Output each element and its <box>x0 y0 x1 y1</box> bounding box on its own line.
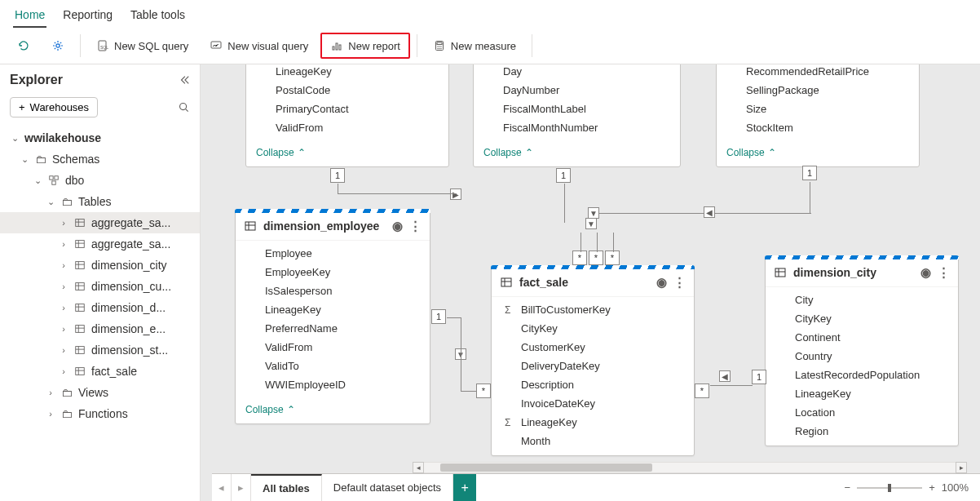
table-card-truncated-b[interactable]: DayDayNumberFiscalMonthLabelFiscalMonthN… <box>473 64 681 167</box>
field-row[interactable]: ValidFrom <box>236 338 430 357</box>
tree-table-item[interactable]: ›aggregate_sa... <box>0 233 200 255</box>
field-row[interactable]: Description <box>492 375 694 394</box>
add-layout-button[interactable]: + <box>453 474 476 501</box>
ribbon-tab-reporting[interactable]: Reporting <box>61 5 114 28</box>
field-row[interactable]: PrimaryContact <box>246 100 448 118</box>
zoom-slider[interactable] <box>857 487 922 489</box>
tree-root-wwilakehouse[interactable]: ⌄ wwilakehouse <box>0 127 200 149</box>
visibility-icon[interactable]: ◉ <box>920 265 931 280</box>
tree-table-item[interactable]: ›dimension_st... <box>0 339 200 361</box>
tree-tables[interactable]: ⌄ 🗀 Tables <box>0 191 200 212</box>
table-card-dimension-city[interactable]: dimension_city ◉ ⋮ CityCityKeyContinentC… <box>765 256 959 446</box>
collapse-explorer-icon[interactable] <box>179 74 190 86</box>
field-row[interactable]: WWIEmployeeID <box>236 375 430 394</box>
more-icon[interactable]: ⋮ <box>409 219 422 233</box>
field-row[interactable]: ValidFrom <box>246 118 448 137</box>
search-icon[interactable] <box>178 101 190 113</box>
field-row[interactable]: Location <box>766 403 958 422</box>
scroll-track[interactable] <box>424 462 956 473</box>
field-row[interactable]: CityKey <box>492 319 694 338</box>
table-card-fact-sale[interactable]: fact_sale ◉ ⋮ ΣBillToCustomerKeyCityKeyC… <box>491 266 695 456</box>
svg-point-0 <box>56 44 60 47</box>
field-row[interactable]: SellingPackage <box>717 81 919 100</box>
tree-table-item[interactable]: ›dimension_cu... <box>0 276 200 297</box>
bottom-tab-default-dataset[interactable]: Default dataset objects <box>322 474 453 501</box>
tree-table-item[interactable]: ›dimension_city <box>0 255 200 276</box>
collapse-link[interactable]: Collapse⌃ <box>717 142 919 166</box>
settings-button[interactable] <box>42 33 73 58</box>
field-row[interactable]: IsSalesperson <box>236 282 430 300</box>
field-row[interactable]: Size <box>717 100 919 118</box>
field-row[interactable]: RecommendedRetailPrice <box>717 64 919 81</box>
chevron-up-icon: ⌃ <box>298 147 306 158</box>
scroll-thumb[interactable] <box>440 463 652 472</box>
field-row[interactable]: ΣLineageKey <box>492 413 694 432</box>
new-sql-query-button[interactable]: SQL New SQL query <box>87 33 197 58</box>
field-row[interactable]: ValidTo <box>236 357 430 375</box>
ribbon-tab-home[interactable]: Home <box>13 5 46 28</box>
field-row[interactable]: CityKey <box>766 309 958 328</box>
field-row[interactable]: Region <box>766 422 958 441</box>
table-card-truncated-a[interactable]: LineageKeyPostalCodePrimaryContactValidF… <box>245 64 449 167</box>
field-row[interactable]: DayNumber <box>474 81 680 100</box>
diagram-canvas[interactable]: LineageKeyPostalCodePrimaryContactValidF… <box>201 64 980 501</box>
field-row[interactable]: ΣBillToCustomerKey <box>492 300 694 319</box>
visibility-icon[interactable]: ◉ <box>392 219 403 233</box>
zoom-in-button[interactable]: + <box>929 481 935 494</box>
field-row[interactable]: City <box>766 290 958 309</box>
table-card-truncated-c[interactable]: RecommendedRetailPriceSellingPackageSize… <box>716 64 920 167</box>
field-row[interactable]: DeliveryDateKey <box>492 357 694 375</box>
more-icon[interactable]: ⋮ <box>938 265 950 280</box>
new-measure-button[interactable]: New measure <box>424 33 525 58</box>
field-row[interactable]: LineageKey <box>246 64 448 81</box>
tree-table-item[interactable]: ›dimension_d... <box>0 297 200 318</box>
refresh-button[interactable] <box>8 33 39 58</box>
tabs-scroll-right[interactable]: ▸ <box>232 474 251 501</box>
table-card-dimension-employee[interactable]: dimension_employee ◉ ⋮ EmployeeEmployeeK… <box>235 210 430 424</box>
field-row[interactable]: StockItem <box>717 118 919 137</box>
ribbon-tab-table-tools[interactable]: Table tools <box>129 5 187 28</box>
tree-table-item[interactable]: ›aggregate_sa... <box>0 212 200 233</box>
field-row[interactable]: Day <box>474 64 680 81</box>
tabs-scroll-left[interactable]: ◂ <box>212 474 232 501</box>
tree-table-item[interactable]: ›fact_sale <box>0 361 200 382</box>
svg-rect-28 <box>501 278 511 286</box>
field-row[interactable]: EmployeeKey <box>236 263 430 282</box>
field-row[interactable]: Month <box>492 432 694 450</box>
tree-functions[interactable]: › 🗀 Functions <box>0 403 200 424</box>
field-row[interactable]: PreferredName <box>236 319 430 338</box>
field-row[interactable]: Employee <box>236 244 430 263</box>
new-report-button[interactable]: New report <box>320 33 410 59</box>
relationship-line <box>580 233 581 252</box>
field-row[interactable]: InvoiceDateKey <box>492 394 694 413</box>
scroll-right-button[interactable]: ▸ <box>956 462 967 473</box>
field-row[interactable]: PostalCode <box>246 81 448 100</box>
field-row[interactable]: FiscalMonthLabel <box>474 100 680 118</box>
field-row[interactable]: Country <box>766 347 958 366</box>
horizontal-scrollbar[interactable]: ◂ ▸ <box>413 462 967 473</box>
tree-schemas[interactable]: ⌄ 🗀 Schemas <box>0 149 200 170</box>
cardinality-one-badge: 1 <box>802 166 817 180</box>
new-visual-query-button[interactable]: New visual query <box>201 33 317 58</box>
collapse-link[interactable]: Collapse⌃ <box>236 399 430 423</box>
field-row[interactable]: CustomerKey <box>492 338 694 357</box>
zoom-out-button[interactable]: − <box>845 481 851 494</box>
tree-views[interactable]: › 🗀 Views <box>0 382 200 403</box>
more-icon[interactable]: ⋮ <box>673 275 686 290</box>
collapse-link[interactable]: Collapse⌃ <box>246 142 448 166</box>
field-row[interactable]: Continent <box>766 328 958 347</box>
tree-dbo[interactable]: ⌄ dbo <box>0 170 200 191</box>
field-row[interactable]: LineageKey <box>766 384 958 403</box>
collapse-link[interactable]: Collapse⌃ <box>474 142 680 166</box>
tree-table-item[interactable]: ›dimension_e... <box>0 318 200 339</box>
field-row[interactable]: LatestRecordedPopulation <box>766 366 958 384</box>
field-row[interactable]: FiscalMonthNumber <box>474 118 680 137</box>
svg-point-13 <box>439 48 439 49</box>
scroll-left-button[interactable]: ◂ <box>413 462 424 473</box>
zoom-thumb[interactable] <box>888 484 891 492</box>
visibility-icon[interactable]: ◉ <box>656 275 667 290</box>
add-warehouses-button[interactable]: + Warehouses <box>10 97 98 117</box>
bottom-tab-all-tables[interactable]: All tables <box>251 474 322 501</box>
card-title: fact_sale <box>519 276 568 289</box>
field-row[interactable]: LineageKey <box>236 300 430 319</box>
